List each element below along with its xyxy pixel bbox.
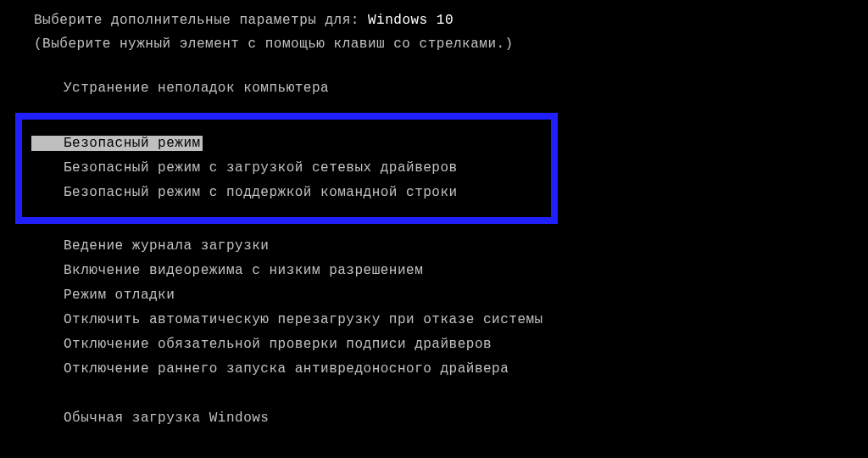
menu-item-no-elam[interactable]: Отключение раннего запуска антивредоносн… (64, 357, 868, 382)
menu-item-low-res[interactable]: Включение видеорежима с низким разрешени… (64, 259, 868, 283)
boot-menu: Устранение неполадок компьютера (0, 76, 868, 101)
safe-mode-group-highlight: Безопасный режим Безопасный режим с загр… (15, 113, 558, 224)
menu-item-no-sig-enforce[interactable]: Отключение обязательной проверки подписи… (64, 332, 868, 357)
title-os: Windows 10 (368, 13, 453, 28)
menu-item-safe-mode-cmd[interactable]: Безопасный режим с поддержкой командной … (64, 181, 551, 205)
menu-item-normal-boot[interactable]: Обычная загрузка Windows (64, 406, 868, 431)
menu-item-boot-log[interactable]: Ведение журнала загрузки (64, 234, 868, 259)
menu-item-safe-mode[interactable]: Безопасный режим (64, 131, 551, 156)
menu-item-debug[interactable]: Режим отладки (64, 283, 868, 308)
menu-item-safe-mode-networking[interactable]: Безопасный режим с загрузкой сетевых дра… (64, 156, 551, 181)
boot-menu-title: Выберите дополнительные параметры для: W… (0, 8, 868, 32)
selected-item: Безопасный режим (31, 136, 203, 151)
boot-menu-continued: Ведение журнала загрузки Включение видео… (0, 234, 868, 431)
menu-item-no-auto-restart[interactable]: Отключить автоматическую перезагрузку пр… (64, 308, 868, 332)
boot-menu-instruction: (Выберите нужный элемент с помощью клави… (0, 32, 868, 56)
menu-spacer (64, 382, 868, 406)
menu-item-repair[interactable]: Устранение неполадок компьютера (64, 76, 868, 101)
title-prefix: Выберите дополнительные параметры для: (34, 13, 368, 28)
